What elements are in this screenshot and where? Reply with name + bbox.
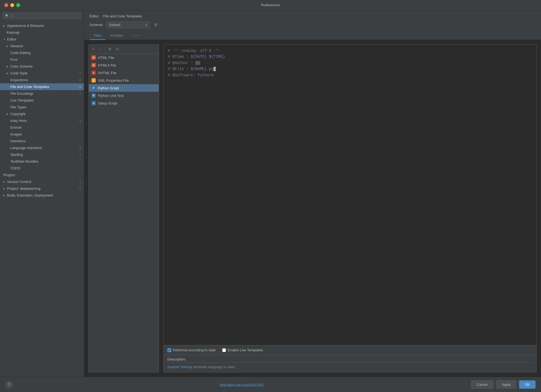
sidebar-item-label: Inlay Hints xyxy=(10,119,27,123)
sidebar-item-label: Inspections xyxy=(10,78,28,82)
sidebar-item-inspections[interactable]: Inspections ⧉ xyxy=(0,77,84,83)
reset-button[interactable]: ↺ xyxy=(114,46,120,52)
file-item-python-script[interactable]: P Python Script xyxy=(89,84,159,92)
cancel-button[interactable]: Cancel xyxy=(471,380,493,389)
sidebar-item-file-and-code-templates[interactable]: File and Code Templates ⧉ xyxy=(0,83,84,90)
file-item-html4[interactable]: H HTML4 File xyxy=(89,61,159,69)
remove-button[interactable]: − xyxy=(97,46,102,52)
close-button[interactable] xyxy=(4,3,8,7)
sidebar-item-label: Code Editing xyxy=(10,51,30,55)
file-item-setup-script[interactable]: S Setup Script xyxy=(89,99,159,107)
apply-button[interactable]: Apply xyxy=(496,380,517,389)
reformat-label: Reformat according to style xyxy=(173,348,216,352)
sidebar-item-textmate-bundles[interactable]: TextMate Bundles xyxy=(0,158,84,165)
sidebar-item-label: Appearance & Behavior xyxy=(7,24,44,28)
file-item-label: XML Properties File xyxy=(98,78,129,83)
sidebar-item-label: Copyright xyxy=(10,112,26,116)
reformat-checkbox[interactable] xyxy=(167,348,171,352)
sidebar-item-appearance-behavior[interactable]: ▶ Appearance & Behavior xyxy=(0,22,84,29)
tab-code: Code xyxy=(128,31,145,40)
sidebar-item-plugins[interactable]: Plugins xyxy=(0,172,84,178)
window-title: Preferences xyxy=(261,3,280,7)
ok-button[interactable]: OK xyxy=(519,380,536,389)
minimize-button[interactable] xyxy=(10,3,14,7)
expand-icon: ▶ xyxy=(7,65,9,68)
file-item-html[interactable]: H HTML File xyxy=(89,54,159,61)
editor-options: Reformat according to style Enable Live … xyxy=(164,345,536,355)
sidebar-item-label: File Types xyxy=(10,105,26,109)
sidebar-item-file-types[interactable]: File Types xyxy=(0,104,84,110)
copy-icon: ⧉ xyxy=(79,72,81,75)
live-templates-label: Enable Live Templates xyxy=(228,348,263,352)
file-item-xhtml[interactable]: X XHTML File xyxy=(89,69,159,77)
tabs: Files Includes Code xyxy=(90,31,536,40)
main-layout: 🔍 ▶ Appearance & Behavior Keymap ▼ Edito… xyxy=(0,10,541,377)
sidebar-item-label: File Encodings xyxy=(10,91,33,96)
sidebar-item-images[interactable]: Images xyxy=(0,131,84,138)
sidebar-item-label: File and Code Templates xyxy=(10,85,49,89)
copy-template-button[interactable]: ⧉ xyxy=(107,46,112,52)
sidebar-item-label: Language Injections xyxy=(10,146,42,150)
help-button[interactable]: ? xyxy=(5,381,12,388)
breadcrumb: Editor › File and Code Templates xyxy=(90,14,536,18)
breadcrumb-parent: Editor xyxy=(90,14,99,18)
sidebar-item-project-deeplearning[interactable]: ▶ Project: deeplearning ⧉ xyxy=(0,185,84,192)
sidebar-item-label: Live Templates xyxy=(10,98,34,102)
pytest-icon: P xyxy=(91,93,96,98)
tab-includes[interactable]: Includes xyxy=(106,31,127,40)
code-line-4: # @File : ${NAME}.py xyxy=(168,66,532,72)
description-link[interactable]: Apache Velocity xyxy=(167,365,193,369)
content-header: Editor › File and Code Templates Scheme:… xyxy=(84,10,541,40)
sidebar-item-intentions[interactable]: Intentions xyxy=(0,138,84,144)
sidebar-item-inlay-hints[interactable]: Inlay Hints ⧉ xyxy=(0,117,84,124)
search-input[interactable] xyxy=(11,14,79,18)
sidebar-item-build-execution[interactable]: ▶ Build, Execution, Deployment xyxy=(0,192,84,199)
tab-files[interactable]: Files xyxy=(90,31,106,40)
file-item-xml-properties[interactable]: X XML Properties File xyxy=(89,77,159,84)
sidebar-item-language-injections[interactable]: Language Injections ⧉ xyxy=(0,144,84,151)
sidebar-item-live-templates[interactable]: Live Templates xyxy=(0,97,84,104)
csdn-link[interactable]: https://blog.csdn.net/u014071947 xyxy=(220,383,264,386)
sidebar-item-copyright[interactable]: ▶ Copyright xyxy=(0,110,84,117)
bottom-bar: ? https://blog.csdn.net/u014071947 Cance… xyxy=(0,377,541,392)
scheme-row: Scheme: Default Project ▼ ⚙ xyxy=(90,21,536,28)
file-item-label: HTML4 File xyxy=(98,63,116,67)
sidebar-item-todo[interactable]: TODO xyxy=(0,165,84,172)
sidebar-item-label: Editor xyxy=(7,37,16,41)
live-templates-checkbox-row[interactable]: Enable Live Templates xyxy=(222,348,263,352)
titlebar: Preferences xyxy=(0,0,541,10)
file-item-python-unit-test[interactable]: P Python Unit Test xyxy=(89,92,159,99)
sidebar-item-keymap[interactable]: Keymap xyxy=(0,29,84,36)
sidebar-item-file-encodings[interactable]: File Encodings ⧉ xyxy=(0,90,84,97)
sidebar-item-font[interactable]: Font xyxy=(0,56,84,63)
reformat-checkbox-row[interactable]: Reformat according to style xyxy=(167,348,216,352)
scheme-dropdown[interactable]: Default Project xyxy=(106,21,149,28)
live-templates-checkbox[interactable] xyxy=(222,348,226,352)
maximize-button[interactable] xyxy=(16,3,20,7)
expand-icon: ▶ xyxy=(3,181,6,183)
code-editor[interactable]: # -*- coding: utf-8 -*- # @Time : ${DATE… xyxy=(164,45,536,345)
search-box[interactable]: 🔍 xyxy=(3,12,81,19)
breadcrumb-current: File and Code Templates xyxy=(103,14,142,18)
sidebar-item-label: TODO xyxy=(10,166,20,170)
expand-icon: ▶ xyxy=(7,72,9,75)
sidebar: 🔍 ▶ Appearance & Behavior Keymap ▼ Edito… xyxy=(0,10,84,377)
sidebar-item-color-scheme[interactable]: ▶ Color Scheme xyxy=(0,63,84,70)
code-line-1: # -*- coding: utf-8 -*- xyxy=(168,48,532,54)
code-line-2: # @Time : ${DATE} ${TIME} xyxy=(168,54,532,60)
file-list-toolbar: + − ⧉ ↺ xyxy=(89,45,159,54)
description-plain: template language is used xyxy=(193,365,235,369)
sidebar-item-code-style[interactable]: ▶ Code Style ⧉ xyxy=(0,70,84,77)
sidebar-item-version-control[interactable]: ▶ Version Control ⧉ xyxy=(0,178,84,185)
sidebar-item-label: Build, Execution, Deployment xyxy=(7,193,53,197)
sidebar-item-editor[interactable]: ▼ Editor xyxy=(0,36,84,43)
description-area: Description: Apache Velocity template la… xyxy=(164,355,536,372)
search-icon: 🔍 xyxy=(5,14,9,18)
sidebar-item-code-editing[interactable]: Code Editing xyxy=(0,49,84,56)
add-button[interactable]: + xyxy=(91,46,95,52)
file-item-label: Python Script xyxy=(98,86,119,90)
sidebar-item-emmet[interactable]: Emmet xyxy=(0,124,84,131)
sidebar-item-general[interactable]: ▶ General xyxy=(0,43,84,49)
sidebar-item-spelling[interactable]: Spelling ⧉ xyxy=(0,151,84,158)
gear-button[interactable]: ⚙ xyxy=(152,22,159,28)
